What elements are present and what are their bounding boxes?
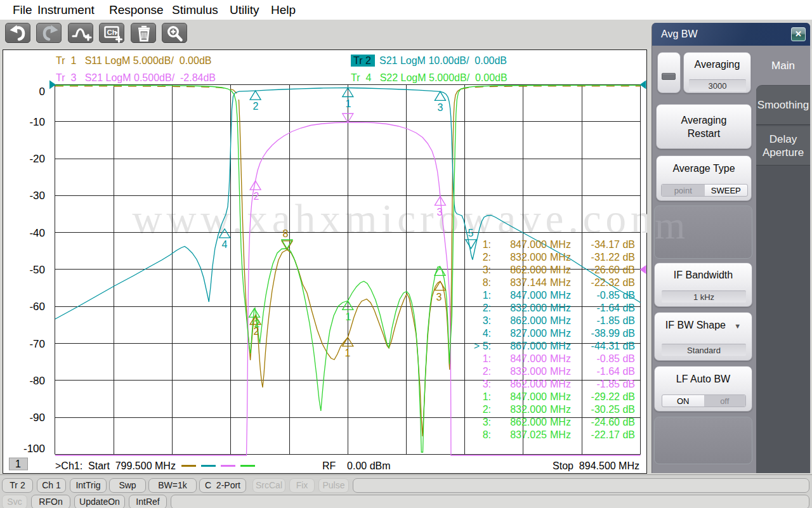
svg-text:-38.99 dB: -38.99 dB [591, 328, 635, 339]
svg-text:-100: -100 [23, 443, 45, 455]
svg-text:-70: -70 [29, 338, 45, 350]
svg-text:-24.60 dB: -24.60 dB [591, 417, 635, 427]
svg-text:-1.85 dB: -1.85 dB [597, 315, 635, 326]
svg-text:-40: -40 [29, 227, 45, 239]
svg-text:MHz: MHz [550, 264, 571, 275]
svg-text:MHz: MHz [550, 353, 571, 364]
svg-text:3: 3 [438, 102, 443, 113]
svg-text:847.000: 847.000 [510, 290, 547, 301]
svg-text:Tr 4 S22 LogM 5.000dB/ 0.0: Tr 4 S22 LogM 5.000dB/ 0.00dB [351, 72, 508, 83]
svg-text:-50: -50 [29, 264, 45, 276]
svg-text:MHz: MHz [550, 239, 571, 250]
svg-text:MHz: MHz [550, 379, 571, 389]
svg-text:-34.17 dB: -34.17 dB [591, 239, 635, 250]
svg-text:MHz: MHz [550, 328, 571, 339]
svg-text:2: 2 [253, 101, 259, 112]
svg-text:1:: 1: [483, 391, 491, 402]
svg-text:-22.32 dB: -22.32 dB [591, 277, 635, 288]
svg-text:-60: -60 [29, 301, 45, 313]
svg-text:862.000: 862.000 [510, 315, 547, 326]
svg-text:-10: -10 [29, 116, 45, 128]
svg-text:4:: 4: [483, 328, 491, 339]
svg-text:RF 0.00 dBm: RF 0.00 dBm [322, 460, 391, 471]
svg-text:3:: 3: [483, 379, 491, 389]
svg-text:3:: 3: [483, 264, 491, 275]
svg-text:1:: 1: [483, 353, 491, 364]
svg-text:MHz: MHz [550, 417, 571, 427]
svg-text:MHz: MHz [550, 341, 571, 351]
svg-text:Tr 2: Tr 2 [353, 55, 371, 66]
svg-text:5: 5 [468, 228, 474, 238]
svg-text:-44.31 dB: -44.31 dB [591, 341, 635, 351]
svg-text:847.000: 847.000 [510, 239, 547, 250]
svg-text:3:: 3: [483, 315, 491, 326]
svg-text:-0.85 dB: -0.85 dB [597, 290, 635, 301]
svg-text:3:: 3: [483, 417, 491, 427]
svg-text:847.000: 847.000 [510, 353, 547, 364]
svg-text:-90: -90 [29, 412, 45, 424]
svg-text:-1.64 dB: -1.64 dB [597, 366, 635, 377]
svg-text:1: 1 [346, 311, 351, 322]
svg-text:Ch: Ch [107, 29, 117, 36]
svg-text:862.000: 862.000 [510, 264, 547, 275]
svg-text:MHz: MHz [550, 366, 571, 377]
svg-text:832.000: 832.000 [510, 303, 547, 313]
svg-text:MHz: MHz [550, 303, 571, 313]
svg-text:-30: -30 [29, 190, 45, 202]
svg-text:2: 2 [254, 191, 259, 202]
svg-text:www.xahxmicrowave.com: www.xahxmicrowave.com [132, 196, 647, 242]
svg-text:4: 4 [222, 239, 228, 250]
svg-text:832.000: 832.000 [510, 252, 547, 263]
svg-text:832.000: 832.000 [510, 404, 547, 415]
svg-text:1: 1 [346, 98, 351, 109]
svg-text:MHz: MHz [550, 391, 571, 402]
svg-text:867.000: 867.000 [510, 341, 547, 351]
svg-text:Tr 3 S21 LogM 0.500dB/ -2.: Tr 3 S21 LogM 0.500dB/ -2.84dB [56, 72, 216, 83]
svg-text:2:: 2: [483, 303, 491, 313]
svg-text:>Ch1: Start 799.500 MHz: >Ch1: Start 799.500 MHz [55, 460, 176, 471]
svg-text:2:: 2: [483, 366, 491, 377]
svg-text:2:: 2: [483, 252, 491, 263]
svg-text:0: 0 [39, 86, 45, 98]
svg-text:1:: 1: [483, 290, 491, 301]
svg-text:-29.22 dB: -29.22 dB [591, 391, 635, 402]
svg-text:> 5:: > 5: [474, 341, 491, 351]
svg-text:2:: 2: [483, 404, 491, 415]
svg-text:1: 1 [345, 348, 351, 358]
svg-text:-0.85 dB: -0.85 dB [597, 353, 635, 364]
svg-text:S21 LogM 10.00dB/ 0.00dB: S21 LogM 10.00dB/ 0.00dB [379, 55, 507, 66]
svg-text:MHz: MHz [550, 290, 571, 301]
svg-text:3: 3 [437, 207, 443, 218]
svg-text:3: 3 [436, 292, 442, 303]
svg-text:8:: 8: [483, 429, 491, 440]
svg-text:-26.60 dB: -26.60 dB [591, 264, 635, 275]
svg-text:862.000: 862.000 [510, 417, 547, 427]
svg-text:832.000: 832.000 [510, 366, 547, 377]
svg-text:2: 2 [254, 318, 260, 329]
svg-text:-1.85 dB: -1.85 dB [597, 379, 635, 389]
svg-text:MHz: MHz [550, 404, 571, 415]
svg-text:862.000: 862.000 [510, 379, 547, 389]
svg-text:Stop 894.500 MHz: Stop 894.500 MHz [553, 460, 639, 471]
svg-text:837.025: 837.025 [510, 429, 547, 440]
svg-text:MHz: MHz [550, 429, 571, 440]
svg-text:-20: -20 [29, 153, 45, 165]
svg-text:-1.64 dB: -1.64 dB [597, 303, 635, 313]
svg-text:-22.17 dB: -22.17 dB [591, 429, 635, 440]
svg-text:Tr 1 S11 LogM 5.000dB/ 0.0: Tr 1 S11 LogM 5.000dB/ 0.00dB [56, 55, 211, 66]
svg-text:1: 1 [15, 459, 21, 469]
svg-text:847.000: 847.000 [510, 391, 547, 402]
svg-text:MHz: MHz [550, 252, 571, 263]
svg-text:MHz: MHz [550, 315, 571, 326]
svg-text:-30.25 dB: -30.25 dB [591, 404, 635, 415]
svg-text:837.144: 837.144 [510, 277, 547, 288]
svg-text:-31.22 dB: -31.22 dB [591, 252, 635, 263]
svg-text:1:: 1: [483, 239, 491, 250]
svg-text:-80: -80 [29, 375, 45, 387]
svg-text:8: 8 [283, 228, 289, 239]
svg-text:8:: 8: [483, 277, 491, 288]
svg-text:MHz: MHz [550, 277, 571, 288]
svg-text:827.000: 827.000 [510, 328, 547, 339]
